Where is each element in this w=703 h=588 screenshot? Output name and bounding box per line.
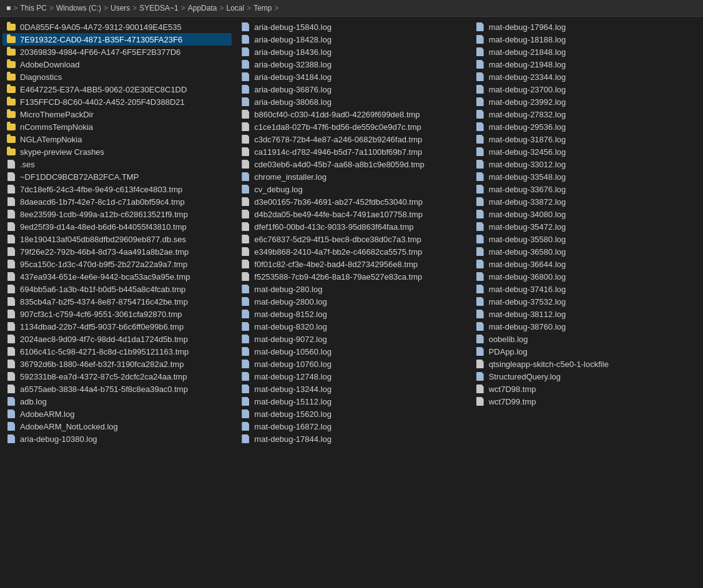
list-item[interactable]: mat-debug-31876.log	[471, 133, 701, 145]
list-item[interactable]: wct7D98.tmp	[471, 383, 701, 395]
list-item[interactable]: oobelib.log	[471, 333, 701, 345]
list-item[interactable]: F135FFCD-8C60-4402-A452-205F4D388D21	[2, 96, 232, 108]
list-item[interactable]: AdobeARM.log	[2, 408, 232, 420]
list-item[interactable]: 7E919322-CAD0-4871-B35F-471305FA23F6	[2, 33, 232, 46]
list-item[interactable]: c1ce1da8-027b-47f6-bd56-de559c0e9d7c.tmp	[237, 120, 466, 133]
list-item[interactable]: mat-debug-10560.log	[237, 345, 466, 358]
breadcrumb-appdata[interactable]: AppData	[188, 4, 217, 12]
list-item[interactable]: 2024aec8-9d09-4f7c-98dd-4d1da1724d5b.tmp	[2, 333, 232, 345]
list-item[interactable]: aria-debug-18436.log	[237, 46, 466, 58]
list-item[interactable]: ca11914c-d782-4946-b5d7-7a1100bf69b7.tmp	[237, 145, 466, 158]
list-item[interactable]: 8ee23599-1cdb-499a-a12b-c628613521f9.tmp	[2, 208, 232, 220]
list-item[interactable]: adb.log	[2, 395, 232, 408]
list-item[interactable]: mat-debug-23992.log	[471, 96, 701, 108]
list-item[interactable]: 694bb5a6-1a3b-4b1f-b0d5-b445a8c4fcab.tmp	[2, 283, 232, 295]
list-item[interactable]: mat-debug-32456.log	[471, 145, 701, 158]
list-item[interactable]: mat-debug-37416.log	[471, 283, 701, 295]
list-item[interactable]: wct7D99.tmp	[471, 395, 701, 408]
list-item[interactable]: 8daeacd6-1b7f-42e7-8c1d-c71ab0bf59c4.tmp	[2, 195, 232, 208]
breadcrumb-user[interactable]: SYEDSA~1	[139, 4, 178, 12]
list-item[interactable]: aria-debug-10380.log	[2, 433, 232, 445]
list-item[interactable]: d3e00165-7b36-4691-ab27-452fdbc53040.tmp	[237, 195, 466, 208]
list-item[interactable]: ~DF1DDC9BCB72AB2FCA.TMP	[2, 170, 232, 183]
list-item[interactable]: mat-debug-18188.log	[471, 33, 701, 46]
list-item[interactable]: mat-debug-21848.log	[471, 46, 701, 58]
list-item[interactable]: aria-debug-36876.log	[237, 83, 466, 96]
list-item[interactable]: cde03eb6-a4d0-45b7-aa68-a8b1c9e8059d.tmp	[237, 158, 466, 170]
list-item[interactable]: mat-debug-15112.log	[237, 395, 466, 408]
list-item[interactable]: dfef1f60-00bd-413c-9033-95d863f64faa.tmp	[237, 220, 466, 233]
list-item[interactable]: mat-debug-38760.log	[471, 320, 701, 333]
list-item[interactable]: 1134dbad-22b7-4df5-9037-b6c6ff0e99b6.tmp	[2, 320, 232, 333]
list-item[interactable]: 6106c41c-5c98-4271-8c8d-c1b995121163.tmp	[2, 345, 232, 358]
list-item[interactable]: chrome_installer.log	[237, 170, 466, 183]
list-item[interactable]: mat-debug-27832.log	[471, 108, 701, 120]
list-item[interactable]: AdobeARM_NotLocked.log	[2, 420, 232, 433]
list-item[interactable]: 79f26e22-792b-46b4-8d73-4aa491a8b2ae.tmp	[2, 245, 232, 258]
list-item[interactable]: aria-debug-18428.log	[237, 33, 466, 46]
breadcrumb-drive[interactable]: Windows (C:)	[56, 4, 101, 12]
list-item[interactable]: mat-debug-17844.log	[237, 433, 466, 445]
list-item[interactable]: NGLATempNokia	[2, 133, 232, 145]
list-item[interactable]: mat-debug-37532.log	[471, 295, 701, 308]
list-item[interactable]: c3dc7678-72b4-4e87-a246-0682b9246fad.tmp	[237, 133, 466, 145]
list-item[interactable]: mat-debug-34080.log	[471, 208, 701, 220]
list-item[interactable]: a6575aeb-3838-44a4-b751-5f8c8ea39ac0.tmp	[2, 383, 232, 395]
list-item[interactable]: mat-debug-17964.log	[471, 21, 701, 33]
list-item[interactable]: mat-debug-23344.log	[471, 71, 701, 83]
list-item[interactable]: MicroThemePackDir	[2, 108, 232, 120]
list-item[interactable]: 95ca150c-1d3c-470d-b9f5-2b272a22a9a7.tmp	[2, 258, 232, 270]
list-item[interactable]: mat-debug-38112.log	[471, 308, 701, 320]
list-item[interactable]: mat-debug-8152.log	[237, 308, 466, 320]
list-item[interactable]: mat-debug-36580.log	[471, 245, 701, 258]
list-item[interactable]: f5253588-7cb9-42b6-8a18-79ae527e83ca.tmp	[237, 270, 466, 283]
list-item[interactable]: mat-debug-33872.log	[471, 195, 701, 208]
list-item[interactable]: mat-debug-36800.log	[471, 270, 701, 283]
list-item[interactable]: PDApp.log	[471, 345, 701, 358]
list-item[interactable]: mat-debug-35580.log	[471, 233, 701, 245]
list-item[interactable]: mat-debug-33548.log	[471, 170, 701, 183]
list-item[interactable]: aria-debug-38068.log	[237, 96, 466, 108]
list-item[interactable]: 20369839-4984-4F66-A147-6F5EF2B377D6	[2, 46, 232, 58]
list-item[interactable]: 7dc18ef6-24c3-4fbe-9e49-c613f4ce4803.tmp	[2, 183, 232, 195]
list-item[interactable]: nCommsTempNokia	[2, 120, 232, 133]
list-item[interactable]: mat-debug-35472.log	[471, 220, 701, 233]
list-item[interactable]: mat-debug-33012.log	[471, 158, 701, 170]
list-item[interactable]: .ses	[2, 158, 232, 170]
list-item[interactable]: 907cf3c1-c759-4cf6-9551-3061cfa92870.tmp	[2, 308, 232, 320]
list-item[interactable]: StructuredQuery.log	[471, 370, 701, 383]
list-item[interactable]: f0f01c82-cf3e-4be2-bad4-8d27342956e8.tmp	[237, 258, 466, 270]
list-item[interactable]: mat-debug-33676.log	[471, 183, 701, 195]
list-item[interactable]: mat-debug-10760.log	[237, 358, 466, 370]
breadcrumb-users[interactable]: Users	[111, 4, 130, 12]
list-item[interactable]: e6c76837-5d29-4f15-bec8-dbce38d0c7a3.tmp	[237, 233, 466, 245]
list-item[interactable]: mat-debug-29536.log	[471, 120, 701, 133]
list-item[interactable]: 18e190413af045db88dfbd29609eb877.db.ses	[2, 233, 232, 245]
list-item[interactable]: d4b2da05-be49-44fe-bac4-7491ae107758.tmp	[237, 208, 466, 220]
list-item[interactable]: mat-debug-36644.log	[471, 258, 701, 270]
list-item[interactable]: Diagnostics	[2, 71, 232, 83]
list-item[interactable]: mat-debug-23700.log	[471, 83, 701, 96]
list-item[interactable]: mat-debug-9072.log	[237, 333, 466, 345]
list-item[interactable]: b860cf40-c030-41dd-9ad0-42269f699de8.tmp	[237, 108, 466, 120]
list-item[interactable]: mat-debug-16872.log	[237, 420, 466, 433]
list-item[interactable]: cv_debug.log	[237, 183, 466, 195]
list-item[interactable]: 36792d6b-1880-46ef-b32f-3190fca282a2.tmp	[2, 358, 232, 370]
list-item[interactable]: mat-debug-12748.log	[237, 370, 466, 383]
list-item[interactable]: aria-debug-32388.log	[237, 58, 466, 71]
breadcrumb-temp[interactable]: Temp	[253, 4, 272, 12]
breadcrumb-local[interactable]: Local	[226, 4, 244, 12]
list-item[interactable]: 9ed25f39-d14a-48ed-b6d6-b44055f43810.tmp	[2, 220, 232, 233]
list-item[interactable]: aria-debug-15840.log	[237, 21, 466, 33]
list-item[interactable]: AdobeDownload	[2, 58, 232, 71]
list-item[interactable]: mat-debug-15620.log	[237, 408, 466, 420]
list-item[interactable]: E4647225-E37A-4BB5-9062-02E30EC8C1DD	[2, 83, 232, 96]
list-item[interactable]: 592331b8-ea7d-4372-87c5-2dcfc2ca24aa.tmp	[2, 370, 232, 383]
list-item[interactable]: 437ea934-651e-4e6e-9442-bca53ac9a95e.tmp	[2, 270, 232, 283]
list-item[interactable]: mat-debug-21948.log	[471, 58, 701, 71]
list-item[interactable]: mat-debug-2800.log	[237, 295, 466, 308]
list-item[interactable]: mat-debug-13244.log	[237, 383, 466, 395]
list-item[interactable]: aria-debug-34184.log	[237, 71, 466, 83]
list-item[interactable]: mat-debug-280.log	[237, 283, 466, 295]
list-item[interactable]: 835cb4a7-b2f5-4374-8e87-8754716c42be.tmp	[2, 295, 232, 308]
